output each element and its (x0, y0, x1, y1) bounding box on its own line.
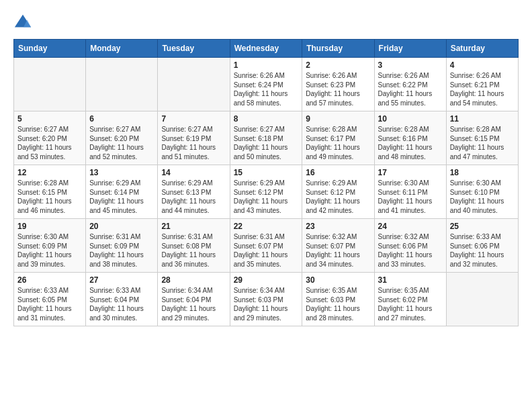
day-number: 7 (161, 114, 226, 124)
weekday-header-sunday: Sunday (14, 40, 86, 58)
calendar-cell: 23Sunrise: 6:32 AM Sunset: 6:07 PM Dayli… (302, 219, 374, 273)
calendar-cell: 29Sunrise: 6:34 AM Sunset: 6:03 PM Dayli… (230, 273, 302, 326)
day-info: Sunrise: 6:29 AM Sunset: 6:12 PM Dayligh… (234, 179, 299, 215)
day-info: Sunrise: 6:30 AM Sunset: 6:10 PM Dayligh… (450, 179, 515, 215)
calendar-cell: 20Sunrise: 6:31 AM Sunset: 6:09 PM Dayli… (86, 219, 158, 273)
day-info: Sunrise: 6:33 AM Sunset: 6:05 PM Dayligh… (17, 286, 82, 322)
calendar-cell: 26Sunrise: 6:33 AM Sunset: 6:05 PM Dayli… (14, 273, 86, 326)
calendar-cell (446, 273, 518, 326)
day-number: 13 (89, 168, 154, 177)
day-number: 2 (306, 60, 370, 70)
calendar-cell: 25Sunrise: 6:33 AM Sunset: 6:06 PM Dayli… (446, 219, 518, 273)
calendar-cell: 27Sunrise: 6:33 AM Sunset: 6:04 PM Dayli… (86, 273, 158, 326)
calendar-cell: 16Sunrise: 6:29 AM Sunset: 6:12 PM Dayli… (302, 165, 374, 219)
day-number: 31 (378, 275, 443, 285)
day-info: Sunrise: 6:31 AM Sunset: 6:09 PM Dayligh… (89, 232, 154, 269)
day-info: Sunrise: 6:26 AM Sunset: 6:21 PM Dayligh… (450, 71, 515, 107)
calendar-week-row: 5Sunrise: 6:27 AM Sunset: 6:20 PM Daylig… (14, 111, 519, 165)
day-info: Sunrise: 6:32 AM Sunset: 6:06 PM Dayligh… (378, 232, 443, 269)
day-number: 23 (306, 222, 370, 231)
calendar-cell: 4Sunrise: 6:26 AM Sunset: 6:21 PM Daylig… (446, 58, 518, 111)
logo-icon (13, 13, 32, 32)
calendar-cell: 14Sunrise: 6:29 AM Sunset: 6:13 PM Dayli… (158, 165, 230, 219)
day-number: 21 (161, 222, 226, 231)
calendar-cell: 21Sunrise: 6:31 AM Sunset: 6:08 PM Dayli… (158, 219, 230, 273)
calendar-cell: 8Sunrise: 6:27 AM Sunset: 6:18 PM Daylig… (230, 111, 302, 165)
day-number: 6 (89, 114, 154, 124)
calendar-cell: 7Sunrise: 6:27 AM Sunset: 6:19 PM Daylig… (158, 111, 230, 165)
day-info: Sunrise: 6:30 AM Sunset: 6:11 PM Dayligh… (378, 179, 443, 215)
calendar-cell: 3Sunrise: 6:26 AM Sunset: 6:22 PM Daylig… (374, 58, 446, 111)
day-number: 24 (378, 222, 443, 231)
day-info: Sunrise: 6:26 AM Sunset: 6:22 PM Dayligh… (378, 71, 443, 107)
day-info: Sunrise: 6:34 AM Sunset: 6:04 PM Dayligh… (161, 286, 226, 322)
logo (13, 13, 35, 32)
calendar-week-row: 1Sunrise: 6:26 AM Sunset: 6:24 PM Daylig… (14, 58, 519, 111)
day-number: 27 (89, 275, 154, 285)
weekday-header-friday: Friday (374, 40, 446, 58)
day-info: Sunrise: 6:26 AM Sunset: 6:24 PM Dayligh… (234, 71, 299, 107)
calendar-cell (158, 58, 230, 111)
calendar-cell: 9Sunrise: 6:28 AM Sunset: 6:17 PM Daylig… (302, 111, 374, 165)
day-info: Sunrise: 6:29 AM Sunset: 6:14 PM Dayligh… (89, 179, 154, 215)
day-number: 19 (17, 222, 82, 231)
day-number: 14 (161, 168, 226, 177)
day-info: Sunrise: 6:28 AM Sunset: 6:15 PM Dayligh… (17, 179, 82, 215)
day-info: Sunrise: 6:33 AM Sunset: 6:06 PM Dayligh… (450, 232, 515, 269)
calendar-cell: 10Sunrise: 6:28 AM Sunset: 6:16 PM Dayli… (374, 111, 446, 165)
day-number: 28 (161, 275, 226, 285)
day-info: Sunrise: 6:31 AM Sunset: 6:07 PM Dayligh… (234, 232, 299, 269)
calendar-cell: 19Sunrise: 6:30 AM Sunset: 6:09 PM Dayli… (14, 219, 86, 273)
calendar-cell: 1Sunrise: 6:26 AM Sunset: 6:24 PM Daylig… (230, 58, 302, 111)
day-info: Sunrise: 6:33 AM Sunset: 6:04 PM Dayligh… (89, 286, 154, 322)
weekday-header-saturday: Saturday (446, 40, 518, 58)
day-number: 10 (378, 114, 443, 124)
day-number: 12 (17, 168, 82, 177)
day-number: 17 (378, 168, 443, 177)
day-info: Sunrise: 6:35 AM Sunset: 6:02 PM Dayligh… (378, 286, 443, 322)
calendar-week-row: 12Sunrise: 6:28 AM Sunset: 6:15 PM Dayli… (14, 165, 519, 219)
calendar-cell: 6Sunrise: 6:27 AM Sunset: 6:20 PM Daylig… (86, 111, 158, 165)
day-info: Sunrise: 6:29 AM Sunset: 6:13 PM Dayligh… (161, 179, 226, 215)
day-number: 11 (450, 114, 515, 124)
weekday-header-wednesday: Wednesday (230, 40, 302, 58)
day-number: 26 (17, 275, 82, 285)
day-info: Sunrise: 6:28 AM Sunset: 6:17 PM Dayligh… (306, 125, 370, 161)
day-info: Sunrise: 6:26 AM Sunset: 6:23 PM Dayligh… (306, 71, 370, 107)
day-number: 15 (234, 168, 299, 177)
calendar-week-row: 26Sunrise: 6:33 AM Sunset: 6:05 PM Dayli… (14, 273, 519, 326)
calendar-cell: 22Sunrise: 6:31 AM Sunset: 6:07 PM Dayli… (230, 219, 302, 273)
day-number: 30 (306, 275, 370, 285)
day-number: 29 (234, 275, 299, 285)
day-number: 18 (450, 168, 515, 177)
day-info: Sunrise: 6:34 AM Sunset: 6:03 PM Dayligh… (234, 286, 299, 322)
calendar-cell: 24Sunrise: 6:32 AM Sunset: 6:06 PM Dayli… (374, 219, 446, 273)
calendar-cell: 2Sunrise: 6:26 AM Sunset: 6:23 PM Daylig… (302, 58, 374, 111)
calendar-cell: 17Sunrise: 6:30 AM Sunset: 6:11 PM Dayli… (374, 165, 446, 219)
day-info: Sunrise: 6:31 AM Sunset: 6:08 PM Dayligh… (161, 232, 226, 269)
day-info: Sunrise: 6:27 AM Sunset: 6:18 PM Dayligh… (234, 125, 299, 161)
day-number: 4 (450, 60, 515, 70)
calendar-cell: 12Sunrise: 6:28 AM Sunset: 6:15 PM Dayli… (14, 165, 86, 219)
weekday-header-monday: Monday (86, 40, 158, 58)
calendar-cell: 30Sunrise: 6:35 AM Sunset: 6:03 PM Dayli… (302, 273, 374, 326)
calendar-cell (86, 58, 158, 111)
page-header (13, 13, 519, 32)
day-info: Sunrise: 6:32 AM Sunset: 6:07 PM Dayligh… (306, 232, 370, 269)
weekday-header-tuesday: Tuesday (158, 40, 230, 58)
day-number: 9 (306, 114, 370, 124)
day-number: 16 (306, 168, 370, 177)
weekday-header-thursday: Thursday (302, 40, 374, 58)
day-info: Sunrise: 6:27 AM Sunset: 6:19 PM Dayligh… (161, 125, 226, 161)
day-number: 25 (450, 222, 515, 231)
day-number: 8 (234, 114, 299, 124)
day-number: 1 (234, 60, 299, 70)
calendar-header-row: SundayMondayTuesdayWednesdayThursdayFrid… (14, 40, 519, 58)
day-info: Sunrise: 6:27 AM Sunset: 6:20 PM Dayligh… (89, 125, 154, 161)
calendar-cell: 5Sunrise: 6:27 AM Sunset: 6:20 PM Daylig… (14, 111, 86, 165)
day-info: Sunrise: 6:27 AM Sunset: 6:20 PM Dayligh… (17, 125, 82, 161)
day-info: Sunrise: 6:30 AM Sunset: 6:09 PM Dayligh… (17, 232, 82, 269)
day-info: Sunrise: 6:35 AM Sunset: 6:03 PM Dayligh… (306, 286, 370, 322)
calendar-cell: 13Sunrise: 6:29 AM Sunset: 6:14 PM Dayli… (86, 165, 158, 219)
day-number: 20 (89, 222, 154, 231)
